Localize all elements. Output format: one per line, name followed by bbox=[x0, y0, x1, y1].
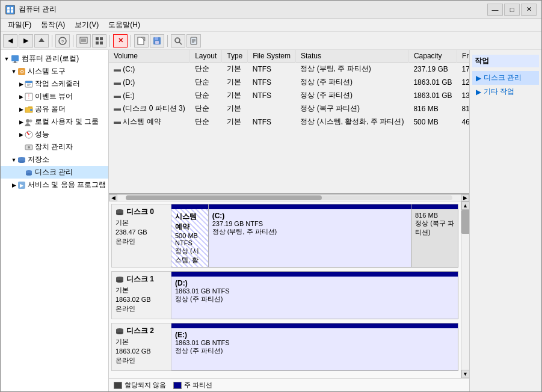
table-cell: 468 MB bbox=[457, 115, 469, 129]
expand-icon-users[interactable]: ▶ bbox=[17, 118, 25, 126]
actions-panel: 작업 ▶ 디스크 관리 ▶ 기타 작업 bbox=[469, 50, 541, 391]
new-button[interactable] bbox=[134, 34, 149, 47]
delete-button[interactable]: ✕ bbox=[113, 34, 128, 47]
partition-header bbox=[171, 272, 458, 277]
table-cell: 정상 (복구 파티션) bbox=[295, 102, 408, 115]
sidebar-item-system-tools[interactable]: ▼ ⚙ 시스템 도구 bbox=[1, 65, 108, 78]
svg-rect-18 bbox=[155, 37, 158, 40]
menu-file[interactable]: 파일(F) bbox=[3, 19, 36, 31]
table-row[interactable]: ▬ 시스템 예약단순기본NTFS정상 (시스템, 활성화, 주 파티션)500 … bbox=[109, 115, 469, 129]
menu-help[interactable]: 도움말(H) bbox=[103, 19, 145, 31]
table-row[interactable]: ▬ (D:)단순기본NTFS정상 (주 파티션)1863.01 GB1237.6… bbox=[109, 76, 469, 89]
table-cell: 정상 (주 파티션) bbox=[295, 89, 408, 102]
disk-info-disk2: 디스크 2 기본 1863.02 GB 온라인 bbox=[111, 323, 171, 371]
properties-button[interactable] bbox=[186, 34, 201, 47]
action-disk-management[interactable]: ▶ 디스크 관리 bbox=[472, 71, 539, 85]
svg-rect-3 bbox=[7, 10, 10, 13]
expand-icon[interactable]: ▼ bbox=[3, 55, 10, 63]
disk-partitions-disk2: (E:)1863.01 GB NTFS정상 (주 파티션) bbox=[171, 323, 458, 371]
partition-------[interactable]: 시스템 예약500 MB NTFS정상 (시스템, 활 bbox=[171, 204, 209, 267]
svg-point-20 bbox=[175, 38, 180, 43]
svg-rect-15 bbox=[100, 41, 103, 44]
view-toggle-button[interactable] bbox=[92, 34, 106, 47]
services-icon: ▶ bbox=[17, 181, 26, 189]
expand-icon-event[interactable]: ▶ bbox=[17, 93, 25, 100]
svg-rect-26 bbox=[11, 55, 19, 61]
table-cell: 170.09 G bbox=[457, 63, 469, 76]
sidebar-item-disk-management[interactable]: 디스크 관리 bbox=[1, 166, 108, 179]
menu-view[interactable]: 보기(V) bbox=[70, 19, 103, 31]
toolbar-separator-1 bbox=[52, 35, 52, 47]
sidebar-item-services[interactable]: ▶ ▶ 서비스 및 응용 프로그램 bbox=[1, 179, 108, 191]
table-cell: ▬ 시스템 예약 bbox=[109, 115, 190, 129]
partition--C--[interactable]: (C:)237.19 GB NTFS정상 (부팅, 주 파티션) bbox=[209, 204, 411, 267]
menu-action[interactable]: 동작(A) bbox=[36, 19, 70, 31]
forward-button[interactable]: ▶ bbox=[19, 34, 33, 47]
table-cell bbox=[248, 102, 296, 115]
svg-rect-4 bbox=[11, 10, 13, 13]
expand-icon-task[interactable]: ▶ bbox=[17, 81, 25, 88]
expand-icon-services[interactable]: ▶ bbox=[10, 182, 17, 189]
partition-status: 정상 (부팅, 주 파티션) bbox=[212, 227, 407, 236]
sidebar-item-storage[interactable]: ▼ 저장소 bbox=[1, 153, 108, 166]
up-button[interactable] bbox=[34, 34, 49, 47]
save-button[interactable] bbox=[150, 34, 164, 47]
vertical-scrollbar: ▲ ▼ bbox=[461, 201, 469, 378]
toolbar-separator-2 bbox=[73, 35, 73, 47]
col-filesystem[interactable]: File System bbox=[248, 50, 296, 63]
disk-name: 디스크 2 bbox=[115, 326, 167, 336]
sidebar-label-computer-management: 컴퓨터 관리(로컬) bbox=[22, 54, 79, 64]
scroll-left-button[interactable]: ◀ bbox=[109, 194, 117, 201]
scroll-thumb[interactable] bbox=[126, 195, 322, 200]
col-status[interactable]: Status bbox=[295, 50, 408, 63]
expand-icon-perf[interactable]: ▶ bbox=[17, 131, 25, 138]
partition-status: 정상 (주 파티션) bbox=[175, 295, 454, 304]
col-freespace[interactable]: Free Spac bbox=[457, 50, 469, 63]
close-button[interactable]: ✕ bbox=[521, 4, 537, 16]
maximize-button[interactable]: □ bbox=[504, 4, 520, 16]
scroll-thumb-v[interactable] bbox=[461, 210, 470, 234]
expand-icon-system[interactable]: ▼ bbox=[10, 68, 17, 75]
svg-point-42 bbox=[28, 146, 30, 149]
sidebar-item-computer-management[interactable]: ▼ 컴퓨터 관리(로컬) bbox=[1, 52, 108, 65]
sidebar-item-shared-folders[interactable]: ▶ 공유 폴더 bbox=[1, 103, 108, 115]
sidebar-item-event-viewer[interactable]: ▶ ! 이벤트 뷰어 bbox=[1, 90, 108, 103]
sidebar-item-local-users[interactable]: ▶ 로컬 사용자 및 그룹 bbox=[1, 115, 108, 128]
action-other[interactable]: ▶ 기타 작업 bbox=[472, 85, 539, 99]
table-cell: 816 MB bbox=[408, 102, 457, 115]
table-row[interactable]: ▬ (디스크 0 파티션 3)단순기본정상 (복구 파티션)816 MB816 … bbox=[109, 102, 469, 115]
disk-name: 디스크 0 bbox=[115, 207, 167, 217]
scroll-right-button[interactable]: ▶ bbox=[461, 194, 469, 201]
svg-rect-13 bbox=[100, 37, 103, 40]
svg-marker-5 bbox=[38, 38, 45, 42]
sidebar-item-device-manager[interactable]: 장치 관리자 bbox=[1, 141, 108, 153]
col-type[interactable]: Type bbox=[222, 50, 248, 63]
table-row[interactable]: ▬ (C:)단순기본NTFS정상 (부팅, 주 파티션)237.19 GB170… bbox=[109, 63, 469, 76]
search-button[interactable] bbox=[171, 34, 185, 47]
scroll-up-button[interactable]: ▲ bbox=[461, 201, 470, 210]
back-button[interactable]: ◀ bbox=[3, 34, 17, 47]
sidebar-item-task-scheduler[interactable]: ▶ 작업 스케줄러 bbox=[1, 78, 108, 90]
export-button[interactable] bbox=[76, 34, 91, 47]
minimize-button[interactable]: — bbox=[487, 4, 503, 16]
sidebar-label-shared-folders: 공유 폴더 bbox=[35, 104, 66, 114]
col-capacity[interactable]: Capacity bbox=[408, 50, 457, 63]
table-cell: 237.19 GB bbox=[408, 63, 457, 76]
table-row[interactable]: ▬ (E:)단순기본NTFS정상 (주 파티션)1863.01 GB1332.5… bbox=[109, 89, 469, 102]
partition--E--[interactable]: (E:)1863.01 GB NTFS정상 (주 파티션) bbox=[171, 323, 458, 370]
device-icon bbox=[25, 143, 33, 152]
disk-partitions-disk0: 시스템 예약500 MB NTFS정상 (시스템, 활(C:)237.19 GB… bbox=[171, 204, 458, 268]
expand-icon-disk[interactable] bbox=[17, 169, 25, 176]
partition-label: (E:) bbox=[175, 331, 454, 339]
scroll-down-button[interactable]: ▼ bbox=[461, 370, 470, 378]
expand-icon-storage[interactable]: ▼ bbox=[10, 156, 17, 164]
sidebar-item-performance[interactable]: ▶ 성능 bbox=[1, 128, 108, 141]
partition-[interactable]: 816 MB정상 (복구 파티션) bbox=[411, 204, 458, 267]
expand-icon-shared[interactable]: ▶ bbox=[17, 106, 25, 113]
col-volume[interactable]: Volume bbox=[109, 50, 190, 63]
partition-status: 정상 (주 파티션) bbox=[175, 346, 454, 355]
help-button[interactable]: ? bbox=[55, 34, 70, 47]
partition--D--[interactable]: (D:)1863.01 GB NTFS정상 (주 파티션) bbox=[171, 272, 458, 319]
col-layout[interactable]: Layout bbox=[190, 50, 222, 63]
expand-icon-device[interactable] bbox=[17, 144, 25, 151]
